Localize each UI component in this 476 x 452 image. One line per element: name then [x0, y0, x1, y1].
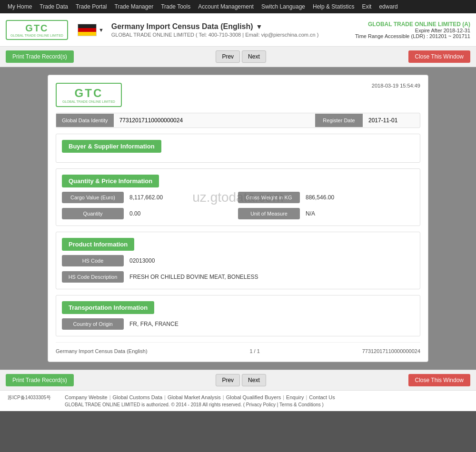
expire-date: Expire After 2018-12-31	[355, 28, 470, 33]
flag-stripe-gold	[78, 32, 96, 36]
nav-buttons-top: Prev Next	[216, 50, 266, 63]
next-button-bottom[interactable]: Next	[242, 374, 266, 386]
footer-icp: 苏ICP备14033305号	[8, 394, 65, 401]
footer-link-contact[interactable]: Contact Us	[309, 394, 335, 400]
transportation-header: Transportation Information	[62, 301, 154, 314]
country-origin-row: Country of Origin FR, FRA, FRANCE	[62, 318, 414, 330]
global-data-identity-value: 77312017110000000024	[114, 113, 315, 128]
footer-page: 1 / 1	[249, 348, 259, 354]
gross-weight-value: 886,546.00	[300, 191, 414, 204]
global-data-identity-label: Global Data Identity	[56, 114, 114, 127]
close-window-button-top[interactable]: Close This Window	[408, 50, 470, 63]
footer-link-customs[interactable]: Global Customs Data	[113, 394, 163, 400]
nav-exit[interactable]: Exit	[358, 1, 375, 12]
identity-row: Global Data Identity 7731201711000000002…	[56, 113, 420, 128]
footer-link-buyers[interactable]: Global Qualified Buyers	[226, 394, 281, 400]
buyer-supplier-header: Buyer & Supplier Information	[62, 140, 161, 153]
quantity-price-section: Quantity & Price Information uz.gtodata.…	[56, 168, 420, 226]
hs-code-desc-row: HS Code Description FRESH OR CHILLED BOV…	[62, 271, 414, 283]
footer-copyright: GLOBAL TRADE ONLINE LIMITED is authorize…	[65, 402, 468, 407]
flag-area: ▼	[78, 24, 104, 36]
quantity-row: Quantity 0.00 Unit of Measure N/A	[62, 207, 414, 220]
footer-sep-1: |	[109, 394, 111, 400]
hs-code-desc-value: FRESH OR CHILLED BOVINE MEAT, BONELESS	[124, 271, 414, 283]
flag-dropdown[interactable]: ▼	[99, 27, 104, 33]
footer-sep-3: |	[223, 394, 224, 400]
footer-id: 77312017110000000024	[362, 348, 420, 354]
logo-area: GTC GLOBAL TRADE ONLINE LIMITED	[6, 20, 68, 40]
print-button-top[interactable]: Print Trade Record(s)	[6, 50, 74, 63]
buyer-supplier-section: Buyer & Supplier Information	[56, 134, 420, 163]
unit-measure-label: Unit of Measure	[238, 208, 300, 219]
flag-stripe-black	[78, 24, 96, 28]
cargo-value-label: Cargo Value (Euro)	[62, 192, 124, 203]
footer-right: Company Website | Global Customs Data | …	[65, 394, 468, 407]
logo-gto: GTC	[25, 23, 48, 34]
nav-trade-portal[interactable]: Trade Portal	[72, 1, 111, 12]
nav-switch-language[interactable]: Switch Language	[258, 1, 309, 12]
ldr-range: Time Range Accessible (LDR) : 201201 ~ 2…	[355, 33, 470, 39]
logo-box: GTC GLOBAL TRADE ONLINE LIMITED	[6, 20, 68, 40]
print-button-bottom[interactable]: Print Trade Record(s)	[6, 374, 74, 386]
footer-title: Germany Import Census Data (English)	[56, 348, 148, 354]
account-info: GLOBAL TRADE ONLINE LIMITED (A) Expire A…	[355, 21, 470, 39]
quantity-label: Quantity	[62, 208, 124, 219]
transportation-section: Transportation Information Country of Or…	[56, 295, 420, 336]
flag-stripe-red	[78, 28, 96, 32]
product-section: Product Information HS Code 02013000 HS …	[56, 232, 420, 289]
nav-help-statistics[interactable]: Help & Statistics	[309, 1, 358, 12]
hs-code-value: 02013000	[124, 255, 414, 267]
footer-sep-4: |	[283, 394, 284, 400]
card-footer: Germany Import Census Data (English) 1 /…	[56, 342, 420, 354]
header-bar: GTC GLOBAL TRADE ONLINE LIMITED ▼ German…	[0, 13, 476, 47]
record-timestamp: 2018-03-19 15:54:49	[372, 83, 420, 88]
cargo-value-value: 8,117,662.00	[124, 191, 238, 204]
footer-bottom: 苏ICP备14033305号 Company Website | Global …	[8, 394, 468, 407]
page-footer: 苏ICP备14033305号 Company Website | Global …	[0, 390, 476, 411]
footer-link-enquiry[interactable]: Enquiry	[286, 394, 304, 400]
quantity-value: 0.00	[124, 207, 238, 220]
footer-sep-2: |	[164, 394, 166, 400]
main-content: GTC GLOBAL TRADE ONLINE LIMITED 2018-03-…	[0, 67, 476, 370]
top-action-bar: Print Trade Record(s) Prev Next Close Th…	[0, 47, 476, 67]
footer-links: Company Website | Global Customs Data | …	[65, 394, 468, 400]
prev-button-top[interactable]: Prev	[216, 50, 240, 63]
country-origin-label: Country of Origin	[62, 318, 124, 330]
company-name[interactable]: GLOBAL TRADE ONLINE LIMITED (A)	[355, 21, 470, 28]
nav-trade-data[interactable]: Trade Data	[36, 1, 72, 12]
nav-account-management[interactable]: Account Management	[194, 1, 258, 12]
record-card: GTC GLOBAL TRADE ONLINE LIMITED 2018-03-…	[48, 75, 428, 362]
record-logo-sub: GLOBAL TRADE ONLINE LIMITED	[62, 100, 115, 103]
unit-measure-value: N/A	[300, 207, 414, 220]
page-title: Germany Import Census Data (English) ▼	[111, 22, 355, 31]
logo-subtitle: GLOBAL TRADE ONLINE LIMITED	[10, 34, 63, 37]
footer-link-company[interactable]: Company Website	[65, 394, 108, 400]
top-navigation: My Home Trade Data Trade Portal Trade Ma…	[0, 0, 476, 13]
hs-code-desc-label: HS Code Description	[62, 271, 124, 283]
title-dropdown-icon[interactable]: ▼	[256, 23, 263, 30]
record-logo: GTC GLOBAL TRADE ONLINE LIMITED	[56, 83, 122, 107]
nav-trade-manager[interactable]: Trade Manager	[111, 1, 158, 12]
nav-trade-tools[interactable]: Trade Tools	[157, 1, 194, 12]
hs-code-row: HS Code 02013000	[62, 255, 414, 267]
product-header: Product Information	[62, 238, 134, 251]
next-button-top[interactable]: Next	[242, 50, 266, 63]
footer-link-market[interactable]: Global Market Analysis	[168, 394, 221, 400]
title-area: Germany Import Census Data (English) ▼ G…	[111, 22, 355, 38]
nav-my-home[interactable]: My Home	[4, 1, 36, 12]
close-window-button-bottom[interactable]: Close This Window	[408, 374, 470, 386]
page-subtitle: GLOBAL TRADE ONLINE LIMITED ( Tel: 400-7…	[111, 32, 355, 38]
hs-code-label: HS Code	[62, 255, 124, 266]
record-header: GTC GLOBAL TRADE ONLINE LIMITED 2018-03-…	[56, 83, 420, 107]
germany-flag	[78, 24, 97, 36]
bottom-action-bar: Print Trade Record(s) Prev Next Close Th…	[0, 370, 476, 390]
gross-weight-label: Gross Weight in KG	[238, 192, 300, 203]
prev-button-bottom[interactable]: Prev	[216, 374, 240, 386]
nav-buttons-bottom: Prev Next	[216, 374, 266, 386]
register-date-label: Register Date	[315, 114, 363, 127]
country-origin-value: FR, FRA, FRANCE	[124, 318, 414, 330]
user-label: edward	[375, 1, 401, 12]
register-date-value: 2017-11-01	[363, 113, 420, 128]
footer-sep-5: |	[306, 394, 307, 400]
cargo-value-row: Cargo Value (Euro) 8,117,662.00 Gross We…	[62, 191, 414, 204]
